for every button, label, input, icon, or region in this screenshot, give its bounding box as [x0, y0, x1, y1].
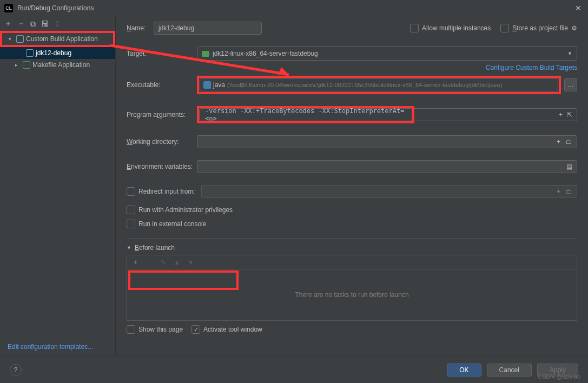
title-bar: CL Run/Debug Configurations ✕	[0, 0, 588, 16]
add-icon[interactable]: ＋	[4, 19, 12, 29]
workdir-label: Working directory:	[127, 138, 197, 146]
executable-input[interactable]: java (\\wsl$\Ubuntu-20.04\workspace\c\jd…	[200, 78, 558, 91]
highlight-args: -version -XX:+TraceBytecodes -XX:StopInt…	[197, 106, 414, 123]
target-value: jdk12-linux-x86_64-server-fastdebug	[213, 50, 318, 57]
args-row: Program arguments: -version -XX:+TraceBy…	[127, 106, 577, 123]
envvars-input[interactable]: ▤	[197, 160, 577, 173]
before-launch-toolbar: ＋ － ✎ ▲ ▼	[127, 255, 577, 269]
java-icon	[203, 81, 211, 89]
activate-tool-checkbox[interactable]: Activate tool window	[191, 325, 262, 334]
content-panel: Name: jdk12-debug Allow multiple instanc…	[116, 16, 588, 356]
separator	[127, 238, 577, 239]
checkbox-icon	[410, 24, 419, 32]
sort-icon[interactable]: ↧	[54, 19, 61, 28]
before-launch-header[interactable]: ▼ Before launch	[127, 244, 577, 252]
executable-name: java	[213, 81, 225, 89]
folder-icon[interactable]: 🗀	[566, 138, 572, 146]
envvars-label: Environment variables:	[127, 163, 197, 170]
store-as-project-checkbox[interactable]: Store as project file	[500, 24, 568, 32]
checkbox-icon	[127, 220, 135, 228]
args-actions: + ⇱	[414, 108, 577, 121]
executable-row: Executable: java (\\wsl$\Ubuntu-20.04\wo…	[127, 76, 577, 94]
cancel-button[interactable]: Cancel	[487, 364, 532, 377]
chevron-right-icon: ▸	[15, 62, 21, 68]
name-row: Name: jdk12-debug Allow multiple instanc…	[127, 22, 577, 35]
copy-icon[interactable]: ⧉	[30, 19, 36, 29]
redirect-checkbox[interactable]: Redirect input from:	[127, 187, 201, 196]
edit-templates-link[interactable]: Edit configuration templates...	[0, 338, 115, 356]
watermark: CSDN @itzixiao	[538, 373, 580, 380]
tree-label: Makefile Application	[32, 61, 90, 69]
checkbox-icon	[127, 206, 135, 214]
args-input[interactable]: -version -XX:+TraceBytecodes -XX:StopInt…	[199, 108, 412, 121]
executable-path: (\\wsl$\Ubuntu-20.04\workspace\c\jdk12-0…	[227, 82, 502, 88]
expand-icon[interactable]: ⇱	[567, 111, 572, 118]
args-label: Program arguments:	[127, 111, 197, 118]
before-launch-section: ▼ Before launch ＋ － ✎ ▲ ▼ There are no t…	[127, 244, 577, 334]
target-dropdown[interactable]: jdk12-linux-x86_64-server-fastdebug ▼	[197, 47, 577, 61]
name-input[interactable]: jdk12-debug	[154, 22, 262, 35]
sidebar-toolbar: ＋ － ⧉ 🖫 ↧	[0, 16, 115, 31]
close-icon[interactable]: ✕	[573, 4, 584, 12]
application-icon	[16, 35, 24, 43]
app-icon: CL	[4, 4, 13, 12]
checkbox-icon	[127, 325, 135, 334]
up-icon: ▲	[174, 259, 180, 266]
redirect-row: Redirect input from: + 🗀	[127, 185, 577, 198]
help-button[interactable]: ?	[10, 364, 22, 376]
empty-text: There are no tasks to run before launch	[295, 291, 408, 299]
before-launch-list[interactable]: There are no tasks to run before launch	[127, 269, 577, 321]
target-label: Target:	[127, 50, 197, 57]
makefile-icon	[23, 61, 30, 69]
target-icon	[202, 51, 209, 57]
highlight-custom-build: ▾ Custom Build Application	[0, 31, 115, 47]
external-console-checkbox[interactable]: Run in external console	[127, 220, 577, 228]
envvars-row: Environment variables: ▤	[127, 160, 577, 173]
checkbox-icon	[191, 325, 200, 334]
chevron-down-icon: ▾	[9, 36, 14, 42]
workdir-row: Working directory: + 🗀	[127, 135, 577, 148]
tree-label: jdk12-debug	[36, 49, 71, 57]
tree-node-jdk12[interactable]: jdk12-debug	[0, 47, 115, 59]
highlight-empty	[128, 270, 239, 290]
window-title: Run/Debug Configurations	[17, 4, 573, 12]
edit-icon: ✎	[161, 259, 166, 266]
chevron-down-icon: ▼	[127, 245, 131, 250]
tree-label: Custom Build Application	[26, 35, 98, 43]
workdir-input[interactable]: + 🗀	[197, 135, 577, 148]
show-page-checkbox[interactable]: Show this page	[127, 325, 183, 334]
folder-icon: 🗀	[566, 188, 572, 195]
remove-icon: －	[147, 257, 153, 267]
config-tree: ▾ Custom Build Application jdk12-debug ▸…	[0, 31, 115, 338]
allow-multiple-checkbox[interactable]: Allow multiple instances	[410, 24, 491, 32]
tree-node-custom-build[interactable]: ▾ Custom Build Application	[2, 33, 113, 45]
configure-targets-link[interactable]: Configure Custom Build Targets	[127, 64, 577, 71]
tree-node-makefile[interactable]: ▸ Makefile Application	[0, 59, 115, 71]
insert-icon: +	[557, 188, 560, 195]
gear-icon[interactable]: ⚙	[571, 24, 577, 32]
save-icon[interactable]: 🖫	[41, 19, 49, 28]
browse-button[interactable]: …	[564, 78, 577, 91]
target-row: Target: jdk12-linux-x86_64-server-fastde…	[127, 47, 577, 61]
name-label: Name:	[127, 24, 154, 32]
admin-checkbox[interactable]: Run with Administrator privileges	[127, 206, 577, 214]
insert-icon[interactable]: +	[559, 111, 563, 118]
executable-label: Executable:	[127, 81, 197, 89]
chevron-down-icon: ▼	[567, 51, 572, 56]
application-icon	[26, 49, 34, 57]
checkbox-icon	[500, 24, 509, 32]
bottom-bar: ? OK Cancel Apply	[0, 356, 588, 383]
redirect-input: + 🗀	[201, 185, 577, 198]
sidebar: ＋ － ⧉ 🖫 ↧ ▾ Custom Build Application jdk…	[0, 16, 116, 356]
insert-icon[interactable]: +	[557, 138, 560, 146]
highlight-executable: java (\\wsl$\Ubuntu-20.04\workspace\c\jd…	[197, 76, 561, 94]
down-icon: ▼	[188, 259, 194, 266]
remove-icon[interactable]: －	[17, 19, 25, 29]
add-icon[interactable]: ＋	[133, 257, 139, 267]
ok-button[interactable]: OK	[447, 364, 481, 377]
checkbox-icon	[127, 187, 135, 196]
list-icon[interactable]: ▤	[566, 163, 572, 170]
